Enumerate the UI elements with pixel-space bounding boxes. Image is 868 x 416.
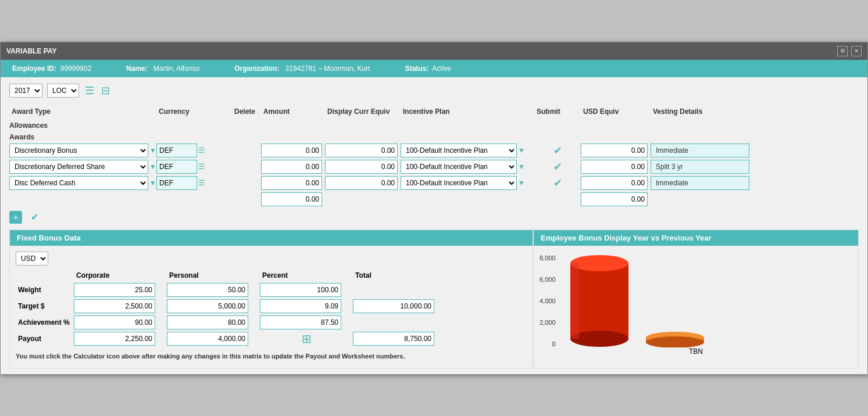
close-button[interactable]: ✕ [851, 46, 862, 56]
usd-equiv-cell-3 [581, 176, 651, 190]
display-curr-input-1[interactable] [325, 144, 398, 157]
incentive-chevron-2: ▼ [518, 163, 525, 171]
vesting-cell-3: Immediate [651, 176, 755, 190]
employee-id-value: 99999902 [60, 64, 91, 73]
achievement-percent[interactable]: 87.50 [260, 315, 341, 329]
tbn-label: TBN [689, 347, 703, 356]
amount-input-2[interactable] [261, 160, 322, 174]
award-row: Discretionary Bonus ▼ ☰ 100-Default Ince… [9, 144, 859, 157]
add-row-button[interactable]: + [9, 211, 22, 224]
currency-list-btn-3[interactable]: ☰ [198, 178, 205, 187]
target-percent[interactable]: 9.09 [260, 299, 341, 313]
incentive-plan-select-2[interactable]: 100-Default Incentive Plan [401, 160, 517, 174]
validate-button[interactable]: ✔ [31, 211, 38, 224]
col-incentive-plan: Incentive Plan [401, 106, 534, 117]
currency-list-btn-2[interactable]: ☰ [198, 162, 205, 171]
year-select[interactable]: 2017 [9, 84, 42, 98]
title-bar-controls: ⚙ ✕ [837, 46, 862, 56]
loc-select[interactable]: LOC [47, 84, 79, 98]
settings-button[interactable]: ⚙ [837, 46, 848, 56]
vesting-cell-2: Split 3 yr [651, 160, 755, 174]
usd-equiv-input-2[interactable] [581, 160, 648, 174]
incentive-plan-select-3[interactable]: 100-Default Incentive Plan [401, 176, 517, 190]
allowances-section: Allowances [9, 120, 859, 131]
bonus-currency-select[interactable]: USD [16, 252, 48, 266]
target-personal[interactable]: 5,000.00 [167, 299, 248, 313]
achievement-personal[interactable]: 80.00 [167, 315, 248, 329]
y-label-3: 4,000 [540, 297, 556, 304]
currency-cell-3: ☰ [156, 176, 232, 190]
chevron-icon-3: ▼ [149, 179, 156, 187]
currency-input-2[interactable] [156, 160, 197, 174]
employee-id-label: Employee ID: [12, 64, 56, 73]
grid-view-button[interactable]: ⊟ [100, 83, 111, 98]
payout-row: Payout 2,250.00 4,000.00 ⊞ 8,750.00 [16, 332, 527, 346]
org-section: Organization: 31942781 – Moorman, Kurt [234, 64, 370, 73]
award-type-select-1[interactable]: Discretionary Bonus [9, 144, 148, 157]
weight-percent[interactable]: 100.00 [260, 283, 341, 297]
weight-row: Weight 25.00 50.00 100.00 [16, 283, 527, 297]
achievement-corporate[interactable]: 90.00 [74, 315, 155, 329]
status-section: Status: Active [405, 64, 451, 73]
col-vesting-details: Vesting Details [651, 106, 755, 117]
payout-personal[interactable]: 4,000.00 [167, 332, 248, 346]
checkmark-icon-3[interactable]: ✔ [553, 177, 562, 189]
bonus-column-headers: Corporate Personal Percent Total [16, 270, 527, 281]
usd-equiv-input-3[interactable] [581, 176, 648, 190]
usd-equiv-input-1[interactable] [581, 144, 648, 157]
list-view-button[interactable]: ☰ [84, 83, 95, 98]
currency-list-btn-1[interactable]: ☰ [198, 146, 205, 155]
incentive-plan-select-1[interactable]: 100-Default Incentive Plan [401, 144, 517, 157]
payout-total[interactable]: 8,750.00 [353, 332, 434, 346]
currency-input-1[interactable] [156, 144, 197, 157]
vesting-button-3[interactable]: Immediate [651, 176, 749, 190]
bar-cylinder-1 [565, 252, 634, 347]
fixed-bonus-panel: Fixed Bonus Data USD Corporate Personal … [9, 229, 533, 368]
award-type-select-2[interactable]: Discretionary Deferred Share [9, 160, 148, 174]
col-currency: Currency [156, 106, 232, 117]
col-award-type: Award Type [9, 106, 156, 117]
currency-cell-1: ☰ [156, 144, 232, 157]
display-curr-input-3[interactable] [325, 176, 398, 190]
award-row-2: Discretionary Deferred Share ▼ ☰ 100-Def… [9, 160, 859, 174]
amount-input-3[interactable] [261, 176, 322, 190]
weight-label: Weight [16, 285, 74, 295]
bonus-col-empty [16, 270, 74, 281]
org-value: 31942781 – Moorman, Kurt [285, 64, 370, 73]
y-axis: 8,000 6,000 4,000 2,000 0 [540, 254, 559, 347]
checkmark-icon-2[interactable]: ✔ [553, 161, 562, 173]
award-type-cell-1: Discretionary Bonus ▼ [9, 144, 156, 157]
incentive-plan-cell-3: 100-Default Incentive Plan ▼ [401, 176, 534, 190]
vesting-button-1[interactable]: Immediate [651, 144, 749, 157]
calculator-button[interactable]: ⊞ [302, 332, 312, 346]
info-bar: Employee ID: 99999902 Name: Martin, Alfo… [1, 60, 867, 77]
amount-cell-3 [261, 176, 325, 190]
submit-cell-2: ✔ [534, 160, 581, 173]
display-curr-cell-3 [325, 176, 401, 190]
title-bar: VARIABLE PAY ⚙ ✕ [1, 42, 867, 60]
toolbar: 2017 LOC ☰ ⊟ [9, 83, 859, 98]
name-label: Name: [126, 64, 148, 73]
vesting-button-2[interactable]: Split 3 yr [651, 160, 749, 174]
currency-input-3[interactable] [156, 176, 197, 190]
amount-cell-2 [261, 160, 325, 174]
bonus-col-corporate: Corporate [74, 270, 167, 281]
weight-personal[interactable]: 50.00 [167, 283, 248, 297]
employee-id-section: Employee ID: 99999902 [12, 64, 91, 73]
target-total[interactable]: 10,000.00 [353, 299, 434, 313]
payout-corporate[interactable]: 2,250.00 [74, 332, 155, 346]
display-curr-input-2[interactable] [325, 160, 398, 174]
y-label-1: 8,000 [540, 254, 556, 261]
checkmark-icon-1[interactable]: ✔ [553, 145, 562, 156]
calculator-note: You must click the Calculator icon above… [16, 350, 527, 362]
submit-cell-1: ✔ [534, 144, 581, 157]
weight-corporate[interactable]: 25.00 [74, 283, 155, 297]
y-label-5: 0 [552, 340, 555, 347]
window-title: VARIABLE PAY [6, 47, 56, 55]
chart-content: 8,000 6,000 4,000 2,000 0 [534, 246, 858, 353]
usd-equiv-cell-2 [581, 160, 651, 174]
col-display-curr: Display Curr Equiv [325, 106, 401, 117]
award-type-select-3[interactable]: Disc Deferred Cash [9, 176, 148, 190]
amount-input-1[interactable] [261, 144, 322, 157]
target-corporate[interactable]: 2,500.00 [74, 299, 155, 313]
